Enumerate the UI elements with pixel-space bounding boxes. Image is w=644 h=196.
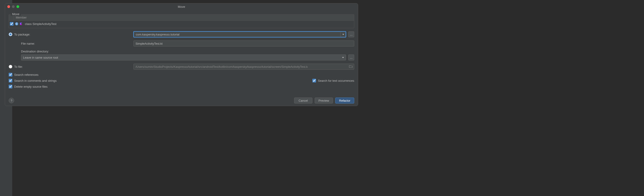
svg-text:C: C xyxy=(16,23,18,25)
help-button[interactable]: ? xyxy=(9,98,14,103)
to-package-label: To package: xyxy=(14,33,30,36)
move-dialog: Move Move Member C xyxy=(5,3,358,106)
to-file-radio[interactable] xyxy=(9,65,12,68)
to-package-dropdown[interactable] xyxy=(340,32,346,37)
search-comments-checkbox[interactable] xyxy=(9,79,12,82)
chevron-down-icon xyxy=(342,34,344,35)
dest-dir-value: Leave in same source root xyxy=(23,56,58,59)
member-header-label: Member xyxy=(14,16,27,19)
cancel-button[interactable]: Cancel xyxy=(294,97,312,104)
to-file-path: /Users/sumin/StudioProjects/Kaspresso/tu… xyxy=(136,65,348,68)
dest-dir-browse-button[interactable]: ... xyxy=(348,54,354,60)
dest-dir-select[interactable]: Leave in same source root xyxy=(21,54,346,60)
titlebar: Move xyxy=(5,4,358,10)
member-table-header: Member xyxy=(9,15,354,21)
to-file-label: To file: xyxy=(14,65,23,68)
to-package-input[interactable] xyxy=(134,31,346,37)
class-icon: C xyxy=(15,22,18,26)
search-text-label: Search for text occurrences xyxy=(318,79,354,82)
close-icon[interactable] xyxy=(7,5,10,8)
kotlin-icon xyxy=(20,22,22,25)
to-file-input[interactable]: /Users/sumin/StudioProjects/Kaspresso/tu… xyxy=(134,64,354,70)
member-row[interactable]: C class SimpleActivityTest xyxy=(9,21,354,27)
refactor-button[interactable]: Refactor xyxy=(335,97,354,104)
member-checkbox[interactable] xyxy=(10,22,14,26)
window-controls xyxy=(7,5,19,8)
folder-icon[interactable] xyxy=(349,65,352,69)
maximize-icon[interactable] xyxy=(16,5,19,8)
delete-empty-checkbox[interactable] xyxy=(9,85,12,88)
delete-empty-label: Delete empty source files xyxy=(14,85,48,88)
file-name-label: File name: xyxy=(21,42,35,45)
to-package-browse-button[interactable]: ... xyxy=(348,31,354,37)
member-text: class SimpleActivityTest xyxy=(25,22,56,26)
minimize-icon[interactable] xyxy=(12,5,15,8)
move-fieldset: Move Member C xyxy=(9,15,354,28)
fieldset-legend: Move xyxy=(11,12,21,16)
search-references-checkbox[interactable] xyxy=(9,73,12,76)
dialog-title: Move xyxy=(178,5,185,9)
chevron-down-icon xyxy=(342,57,344,58)
preview-button[interactable]: Preview xyxy=(315,97,333,104)
search-text-checkbox[interactable] xyxy=(312,79,316,82)
search-references-label: Search references xyxy=(14,73,38,76)
file-name-input[interactable] xyxy=(134,41,354,46)
dest-dir-label: Destination directory: xyxy=(21,50,354,53)
search-comments-label: Search in comments and strings xyxy=(14,79,57,82)
to-package-radio[interactable] xyxy=(9,33,12,36)
